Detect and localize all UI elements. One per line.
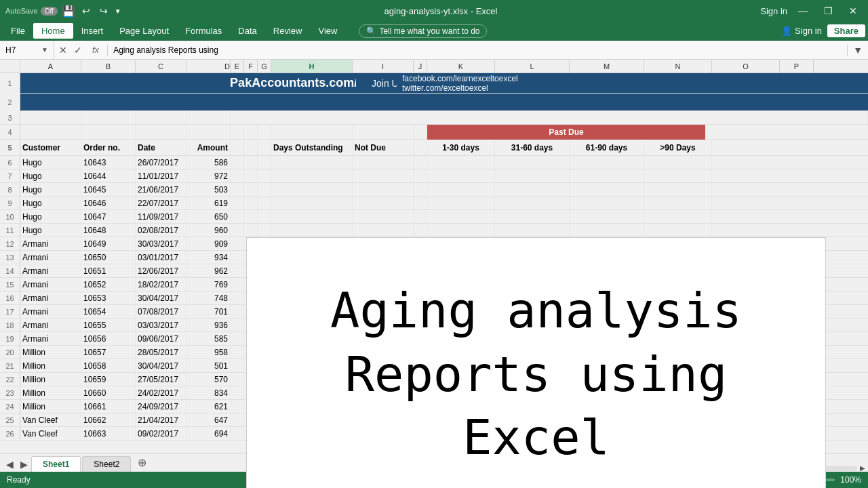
cell-d4[interactable]	[186, 125, 231, 139]
signin-button[interactable]: 👤 Sign in	[781, 26, 822, 36]
cell-e[interactable]	[231, 291, 244, 304]
cell-customer[interactable]: Million	[20, 359, 81, 372]
cell-j1[interactable]	[356, 73, 370, 93]
cell-m[interactable]	[570, 210, 644, 223]
cell-k[interactable]	[427, 183, 495, 196]
cell-date[interactable]: 07/08/2017	[136, 305, 186, 318]
cell-k[interactable]	[427, 156, 495, 169]
formula-bar-expand[interactable]: ▼	[847, 45, 868, 56]
cell-e[interactable]	[231, 156, 244, 169]
cell-g[interactable]	[258, 169, 271, 182]
cell-m[interactable]	[570, 169, 644, 182]
cell-amount[interactable]: 621	[186, 400, 231, 413]
cell-e[interactable]	[231, 278, 244, 291]
tell-me-input[interactable]: 🔍 Tell me what you want to do	[359, 24, 487, 38]
cell-e5[interactable]	[231, 140, 244, 155]
cell-j5[interactable]	[414, 140, 427, 155]
cancel-formula-button[interactable]: ✕	[57, 45, 69, 56]
cell-rest4[interactable]	[705, 125, 868, 139]
cell-m[interactable]	[570, 224, 644, 237]
cell-rest[interactable]	[712, 210, 868, 223]
cell-amount[interactable]: 934	[186, 251, 231, 264]
cell-date[interactable]: 09/02/2017	[136, 427, 186, 440]
cell-date[interactable]: 30/04/2017	[136, 359, 186, 372]
cell-e[interactable]	[231, 169, 244, 182]
cell-b3[interactable]	[81, 111, 136, 124]
cell-h[interactable]	[271, 183, 353, 196]
cell-n[interactable]	[644, 224, 712, 237]
cell-date[interactable]: 03/03/2017	[136, 319, 186, 331]
cell-e[interactable]	[231, 237, 244, 250]
customize-qat-button[interactable]: ▼	[115, 7, 121, 15]
cell-g[interactable]	[258, 183, 271, 196]
cell-h[interactable]	[271, 156, 353, 169]
cell-customer[interactable]: Armani	[20, 319, 81, 331]
cell-h4[interactable]	[271, 125, 353, 139]
cell-a4[interactable]	[20, 125, 81, 139]
redo-button[interactable]: ↪	[97, 4, 111, 18]
col-header-a[interactable]: A	[20, 60, 81, 73]
cell-days-outstanding-header[interactable]: Days Outstanding	[271, 140, 353, 155]
scrollbar-right[interactable]: ▶	[860, 464, 865, 472]
cell-amount[interactable]: 570	[186, 373, 231, 386]
col-header-j[interactable]: J	[414, 60, 427, 73]
cell-d3[interactable]	[186, 111, 231, 124]
cell-date[interactable]: 12/06/2017	[136, 264, 186, 277]
col-header-c[interactable]: C	[136, 60, 186, 73]
cell-customer[interactable]: Million	[20, 373, 81, 386]
cell-amount[interactable]: 585	[186, 332, 231, 345]
cell-f5[interactable]	[244, 140, 258, 155]
cell-h[interactable]	[271, 197, 353, 209]
cell-customer[interactable]: Hugo	[20, 210, 81, 223]
cell-amount[interactable]: 650	[186, 210, 231, 223]
cell-amount[interactable]: 960	[186, 224, 231, 237]
cell-l[interactable]	[495, 169, 570, 182]
cell-customer[interactable]: Hugo	[20, 169, 81, 182]
cell-e[interactable]	[231, 332, 244, 345]
cell-e[interactable]	[231, 319, 244, 331]
cell-n[interactable]	[644, 183, 712, 196]
cell-k[interactable]	[427, 197, 495, 209]
cell-m[interactable]	[570, 197, 644, 209]
cell-date[interactable]: 21/06/2017	[136, 183, 186, 196]
col-header-i[interactable]: I	[353, 60, 414, 73]
cell-order[interactable]: 10646	[81, 197, 136, 209]
share-button[interactable]: Share	[827, 24, 865, 37]
add-sheet-button[interactable]: ⊕	[132, 453, 152, 472]
cell-rest[interactable]	[712, 156, 868, 169]
cell-amount[interactable]: 647	[186, 413, 231, 426]
sheet-tab-left-arrow[interactable]: ◀	[3, 457, 17, 472]
cell-rest3[interactable]	[231, 111, 868, 124]
cell-g[interactable]	[258, 197, 271, 209]
tab-formulas[interactable]: Formulas	[177, 23, 230, 39]
cell-order[interactable]: 10661	[81, 400, 136, 413]
col-header-f[interactable]: F	[244, 60, 258, 73]
col-header-m[interactable]: M	[570, 60, 644, 73]
cell-date[interactable]: 03/01/2017	[136, 251, 186, 264]
cell-e[interactable]	[231, 346, 244, 359]
cell-f4[interactable]	[244, 125, 258, 139]
cell-f[interactable]	[244, 197, 258, 209]
cell-f[interactable]	[244, 169, 258, 182]
cell-k[interactable]	[427, 224, 495, 237]
cell-customer[interactable]: Hugo	[20, 183, 81, 196]
cell-amount[interactable]: 958	[186, 346, 231, 359]
cell-customer[interactable]: Armani	[20, 278, 81, 291]
cell-order[interactable]: 10648	[81, 224, 136, 237]
cell-a1[interactable]	[20, 73, 81, 93]
cell-amount[interactable]: 501	[186, 359, 231, 372]
tab-view[interactable]: View	[310, 23, 345, 39]
cell-order[interactable]: 10662	[81, 413, 136, 426]
cell-e[interactable]	[231, 210, 244, 223]
cell-i[interactable]	[353, 169, 414, 182]
cell-90plus-header[interactable]: >90 Days	[644, 140, 712, 155]
cell-g[interactable]	[258, 210, 271, 223]
cell-g5[interactable]	[258, 140, 271, 155]
cell-order[interactable]: 10655	[81, 319, 136, 331]
minimize-button[interactable]: —	[793, 5, 813, 16]
insert-function-button[interactable]: fx	[87, 45, 104, 55]
cell-e[interactable]	[231, 251, 244, 264]
cell-amount[interactable]: 701	[186, 305, 231, 318]
cell-rest[interactable]	[712, 224, 868, 237]
tab-page-layout[interactable]: Page Layout	[111, 23, 177, 39]
